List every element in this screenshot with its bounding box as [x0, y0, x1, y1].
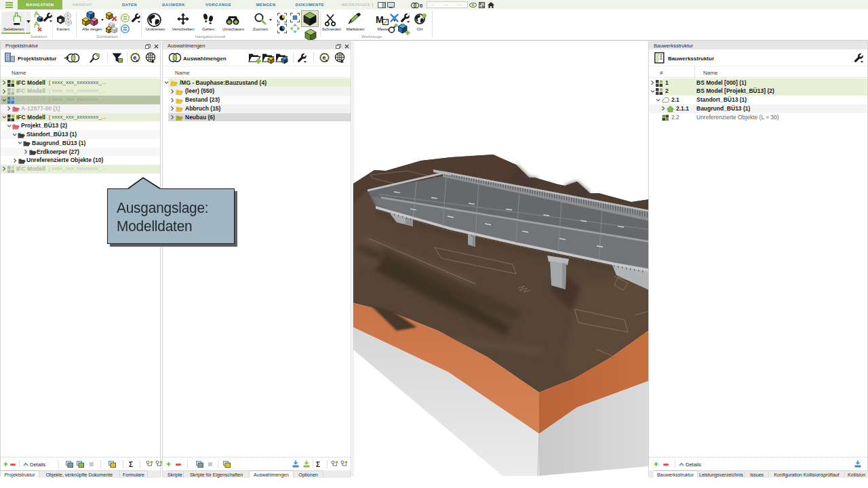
svg-text:M: M	[376, 14, 384, 25]
svg-text:e: e	[134, 54, 137, 61]
svg-text:0: 0	[420, 3, 422, 9]
svg-text:e: e	[323, 54, 326, 61]
